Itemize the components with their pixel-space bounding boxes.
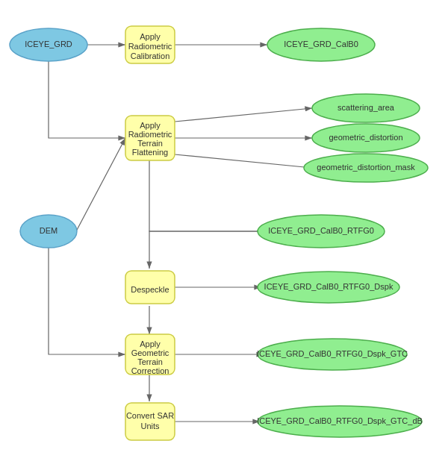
- svg-text:Terrain: Terrain: [137, 357, 163, 366]
- svg-text:Calibration: Calibration: [131, 51, 170, 60]
- geometric-distortion-node: geometric_distortion: [312, 124, 420, 152]
- apply-radiometric-terrain-node: Apply Radiometric Terrain Flattening: [125, 116, 175, 160]
- svg-text:Units: Units: [140, 422, 160, 430]
- svg-text:Flattening: Flattening: [132, 148, 168, 157]
- iceye-grd-cal-rtfg-node: ICEYE_GRD_CalB0_RTFG0: [258, 215, 385, 248]
- svg-text:ICEYE_GRD_CalB0_RTFG0_Dspk_GTC: ICEYE_GRD_CalB0_RTFG0_Dspk_GTC: [257, 349, 408, 358]
- iceye-grd-cal-rtfg-dspk-gtc-node: ICEYE_GRD_CalB0_RTFG0_Dspk_GTC: [257, 339, 408, 370]
- svg-text:Geometric: Geometric: [131, 348, 169, 357]
- svg-text:Apply: Apply: [140, 121, 161, 130]
- despeckle-node: Despeckle: [125, 271, 175, 304]
- scattering-area-node: scattering_area: [312, 94, 420, 122]
- svg-text:scattering_area: scattering_area: [337, 103, 395, 112]
- apply-geometric-terrain-node: Apply Geometric Terrain Correction: [125, 334, 175, 375]
- svg-line-4: [175, 108, 312, 122]
- svg-text:geometric_distortion: geometric_distortion: [329, 133, 402, 142]
- svg-text:Convert SAR: Convert SAR: [126, 411, 174, 420]
- svg-text:Apply: Apply: [140, 32, 161, 41]
- svg-text:Apply: Apply: [140, 339, 161, 348]
- iceye-grd-cal-node: ICEYE_GRD_CalB0: [267, 28, 375, 61]
- iceye-grd-cal-rtfg-dspk-node: ICEYE_GRD_CalB0_RTFG0_Dspk: [258, 272, 399, 303]
- svg-line-3: [76, 138, 125, 231]
- iceye-grd-label: ICEYE_GRD: [25, 40, 72, 48]
- geometric-distortion-mask-node: geometric_distortion_mask: [304, 154, 428, 182]
- svg-text:Correction: Correction: [131, 366, 169, 375]
- svg-text:Radiometric: Radiometric: [128, 130, 172, 139]
- svg-text:Terrain: Terrain: [137, 139, 163, 148]
- iceye-grd-cal-rtfg-dspk-gtc-db-node: ICEYE_GRD_CalB0_RTFG0_Dspk_GTC_dB: [257, 406, 423, 437]
- iceye-grd-node: ICEYE_GRD: [10, 28, 87, 61]
- convert-sar-node: Convert SAR Units: [125, 403, 175, 440]
- svg-text:DEM: DEM: [40, 226, 57, 235]
- svg-text:ICEYE_GRD_CalB0: ICEYE_GRD_CalB0: [284, 40, 358, 48]
- svg-line-6: [175, 154, 312, 168]
- svg-text:Despeckle: Despeckle: [131, 285, 169, 294]
- dem-node: DEM: [20, 215, 77, 248]
- svg-text:ICEYE_GRD_CalB0_RTFG0_Dspk: ICEYE_GRD_CalB0_RTFG0_Dspk: [264, 282, 393, 291]
- svg-text:ICEYE_GRD_CalB0_RTFG0_Dspk_GTC: ICEYE_GRD_CalB0_RTFG0_Dspk_GTC_dB: [257, 416, 423, 425]
- svg-text:ICEYE_GRD_CalB0_RTFG0: ICEYE_GRD_CalB0_RTFG0: [268, 226, 374, 235]
- svg-text:Radiometric: Radiometric: [128, 42, 172, 51]
- apply-radiometric-cal-node: Apply Radiometric Calibration: [125, 26, 175, 63]
- svg-text:geometric_distortion_mask: geometric_distortion_mask: [317, 163, 415, 172]
